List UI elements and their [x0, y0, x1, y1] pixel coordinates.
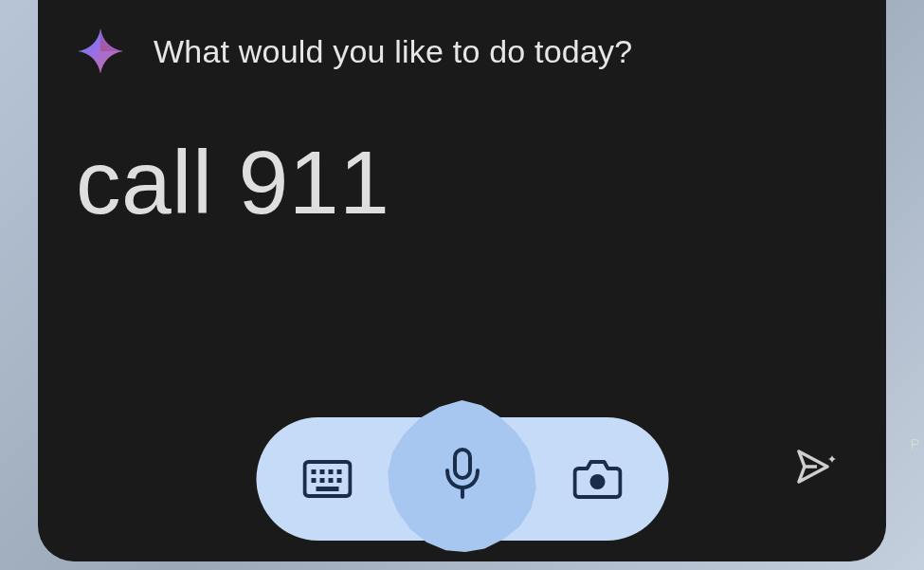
camera-icon	[572, 457, 622, 501]
svg-rect-4	[336, 469, 341, 474]
assistant-header: What would you like to do today?	[38, 0, 886, 76]
svg-rect-1	[311, 469, 316, 474]
assistant-panel: What would you like to do today? call 91…	[38, 0, 886, 561]
send-button[interactable]	[794, 443, 842, 490]
svg-rect-5	[311, 478, 316, 483]
sparkle-icon	[76, 27, 125, 76]
svg-rect-8	[336, 478, 341, 483]
voice-transcript: call 911	[38, 76, 886, 232]
svg-point-10	[589, 474, 605, 489]
svg-rect-2	[319, 469, 324, 474]
svg-rect-9	[316, 487, 338, 491]
side-label: P	[911, 436, 919, 451]
svg-rect-11	[455, 450, 470, 478]
mic-icon	[444, 448, 481, 505]
svg-rect-3	[328, 469, 333, 474]
svg-rect-6	[319, 478, 324, 483]
keyboard-icon	[302, 460, 352, 498]
keyboard-button[interactable]	[299, 450, 355, 507]
camera-button[interactable]	[569, 450, 625, 507]
mic-button[interactable]	[377, 391, 548, 561]
send-icon	[796, 448, 840, 486]
svg-rect-7	[328, 478, 333, 483]
assistant-prompt: What would you like to do today?	[154, 33, 632, 70]
